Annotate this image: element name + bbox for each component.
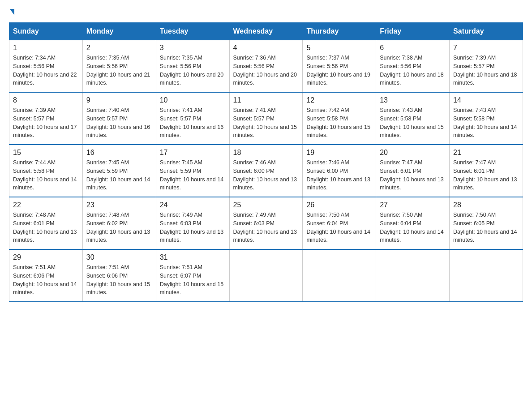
logo (9, 9, 14, 15)
day-info: Sunrise: 7:44 AMSunset: 5:58 PMDaylight:… (13, 158, 79, 192)
calendar-cell: 19 Sunrise: 7:46 AMSunset: 6:00 PMDaylig… (303, 145, 376, 197)
day-info: Sunrise: 7:41 AMSunset: 5:57 PMDaylight:… (233, 106, 299, 140)
day-info: Sunrise: 7:49 AMSunset: 6:03 PMDaylight:… (160, 211, 226, 244)
day-number: 22 (13, 201, 79, 209)
day-number: 8 (13, 96, 79, 104)
calendar-cell: 26 Sunrise: 7:50 AMSunset: 6:04 PMDaylig… (303, 197, 376, 249)
day-number: 26 (306, 201, 372, 209)
day-info: Sunrise: 7:39 AMSunset: 5:57 PMDaylight:… (13, 106, 79, 140)
calendar-cell: 28 Sunrise: 7:50 AMSunset: 6:05 PMDaylig… (450, 197, 523, 249)
calendar-cell: 10 Sunrise: 7:41 AMSunset: 5:57 PMDaylig… (156, 92, 229, 145)
day-number: 19 (306, 149, 372, 157)
calendar-cell (376, 249, 450, 302)
day-info: Sunrise: 7:39 AMSunset: 5:57 PMDaylight:… (453, 54, 519, 87)
day-info: Sunrise: 7:36 AMSunset: 5:56 PMDaylight:… (233, 54, 299, 87)
calendar-cell: 25 Sunrise: 7:49 AMSunset: 6:03 PMDaylig… (229, 197, 303, 249)
week-row-1: 1 Sunrise: 7:34 AMSunset: 5:56 PMDayligh… (9, 40, 523, 93)
calendar-cell: 5 Sunrise: 7:37 AMSunset: 5:56 PMDayligh… (303, 40, 376, 93)
calendar-cell: 24 Sunrise: 7:49 AMSunset: 6:03 PMDaylig… (156, 197, 229, 249)
day-number: 6 (380, 44, 446, 52)
week-row-5: 29 Sunrise: 7:51 AMSunset: 6:06 PMDaylig… (9, 249, 523, 302)
day-number: 11 (233, 96, 299, 104)
day-number: 13 (380, 96, 446, 104)
day-info: Sunrise: 7:43 AMSunset: 5:58 PMDaylight:… (380, 106, 446, 140)
calendar-cell: 17 Sunrise: 7:45 AMSunset: 5:59 PMDaylig… (156, 145, 229, 197)
day-number: 4 (233, 44, 299, 52)
day-info: Sunrise: 7:43 AMSunset: 5:58 PMDaylight:… (453, 106, 519, 140)
day-info: Sunrise: 7:50 AMSunset: 6:05 PMDaylight:… (453, 211, 519, 244)
day-info: Sunrise: 7:45 AMSunset: 5:59 PMDaylight:… (160, 158, 226, 192)
calendar-cell: 31 Sunrise: 7:51 AMSunset: 6:07 PMDaylig… (156, 249, 229, 302)
calendar-cell: 12 Sunrise: 7:42 AMSunset: 5:58 PMDaylig… (303, 92, 376, 145)
week-row-2: 8 Sunrise: 7:39 AMSunset: 5:57 PMDayligh… (9, 92, 523, 145)
calendar-cell: 1 Sunrise: 7:34 AMSunset: 5:56 PMDayligh… (9, 40, 83, 93)
calendar-cell: 27 Sunrise: 7:50 AMSunset: 6:04 PMDaylig… (376, 197, 450, 249)
calendar-cell: 9 Sunrise: 7:40 AMSunset: 5:57 PMDayligh… (82, 92, 156, 145)
day-number: 16 (86, 149, 152, 157)
day-number: 12 (306, 96, 372, 104)
day-number: 1 (13, 44, 79, 52)
day-info: Sunrise: 7:45 AMSunset: 5:59 PMDaylight:… (86, 158, 152, 192)
calendar-cell (229, 249, 303, 302)
day-number: 23 (86, 201, 152, 209)
day-number: 29 (13, 253, 79, 261)
day-number: 21 (453, 149, 519, 157)
weekday-header-row: SundayMondayTuesdayWednesdayThursdayFrid… (9, 23, 523, 40)
day-number: 14 (453, 96, 519, 104)
day-info: Sunrise: 7:48 AMSunset: 6:02 PMDaylight:… (86, 211, 152, 244)
day-number: 17 (160, 149, 226, 157)
day-number: 3 (160, 44, 226, 52)
day-info: Sunrise: 7:50 AMSunset: 6:04 PMDaylight:… (380, 211, 446, 244)
day-info: Sunrise: 7:49 AMSunset: 6:03 PMDaylight:… (233, 211, 299, 244)
calendar-cell: 15 Sunrise: 7:44 AMSunset: 5:58 PMDaylig… (9, 145, 83, 197)
day-info: Sunrise: 7:47 AMSunset: 6:01 PMDaylight:… (453, 158, 519, 192)
day-number: 10 (160, 96, 226, 104)
calendar-cell (303, 249, 376, 302)
day-info: Sunrise: 7:38 AMSunset: 5:56 PMDaylight:… (380, 54, 446, 87)
day-number: 18 (233, 149, 299, 157)
day-info: Sunrise: 7:46 AMSunset: 6:00 PMDaylight:… (233, 158, 299, 192)
calendar-cell: 4 Sunrise: 7:36 AMSunset: 5:56 PMDayligh… (229, 40, 303, 93)
day-info: Sunrise: 7:35 AMSunset: 5:56 PMDaylight:… (86, 54, 152, 87)
day-info: Sunrise: 7:47 AMSunset: 6:01 PMDaylight:… (380, 158, 446, 192)
calendar-table: SundayMondayTuesdayWednesdayThursdayFrid… (9, 22, 523, 302)
calendar-cell (450, 249, 523, 302)
calendar-cell: 23 Sunrise: 7:48 AMSunset: 6:02 PMDaylig… (82, 197, 156, 249)
calendar-cell: 7 Sunrise: 7:39 AMSunset: 5:57 PMDayligh… (450, 40, 523, 93)
page-header (9, 9, 523, 15)
calendar-cell: 30 Sunrise: 7:51 AMSunset: 6:06 PMDaylig… (82, 249, 156, 302)
calendar-cell: 3 Sunrise: 7:35 AMSunset: 5:56 PMDayligh… (156, 40, 229, 93)
weekday-header-tuesday: Tuesday (156, 23, 229, 40)
day-info: Sunrise: 7:40 AMSunset: 5:57 PMDaylight:… (86, 106, 152, 140)
calendar-cell: 22 Sunrise: 7:48 AMSunset: 6:01 PMDaylig… (9, 197, 83, 249)
weekday-header-saturday: Saturday (450, 23, 523, 40)
day-info: Sunrise: 7:51 AMSunset: 6:07 PMDaylight:… (160, 263, 226, 297)
day-number: 24 (160, 201, 226, 209)
weekday-header-wednesday: Wednesday (229, 23, 303, 40)
calendar-cell: 11 Sunrise: 7:41 AMSunset: 5:57 PMDaylig… (229, 92, 303, 145)
day-number: 20 (380, 149, 446, 157)
day-number: 9 (86, 96, 152, 104)
day-number: 25 (233, 201, 299, 209)
day-info: Sunrise: 7:35 AMSunset: 5:56 PMDaylight:… (160, 54, 226, 87)
weekday-header-thursday: Thursday (303, 23, 376, 40)
day-info: Sunrise: 7:51 AMSunset: 6:06 PMDaylight:… (13, 263, 79, 297)
day-info: Sunrise: 7:41 AMSunset: 5:57 PMDaylight:… (160, 106, 226, 140)
calendar-cell: 16 Sunrise: 7:45 AMSunset: 5:59 PMDaylig… (82, 145, 156, 197)
calendar-cell: 21 Sunrise: 7:47 AMSunset: 6:01 PMDaylig… (450, 145, 523, 197)
weekday-header-sunday: Sunday (9, 23, 83, 40)
day-number: 15 (13, 149, 79, 157)
day-info: Sunrise: 7:51 AMSunset: 6:06 PMDaylight:… (86, 263, 152, 297)
day-number: 30 (86, 253, 152, 261)
calendar-header: SundayMondayTuesdayWednesdayThursdayFrid… (9, 23, 523, 40)
calendar-cell: 8 Sunrise: 7:39 AMSunset: 5:57 PMDayligh… (9, 92, 83, 145)
day-info: Sunrise: 7:46 AMSunset: 6:00 PMDaylight:… (306, 158, 372, 192)
calendar-cell: 18 Sunrise: 7:46 AMSunset: 6:00 PMDaylig… (229, 145, 303, 197)
day-number: 31 (160, 253, 226, 261)
day-info: Sunrise: 7:37 AMSunset: 5:56 PMDaylight:… (306, 54, 372, 87)
calendar-cell: 2 Sunrise: 7:35 AMSunset: 5:56 PMDayligh… (82, 40, 156, 93)
day-info: Sunrise: 7:50 AMSunset: 6:04 PMDaylight:… (306, 211, 372, 244)
calendar-cell: 20 Sunrise: 7:47 AMSunset: 6:01 PMDaylig… (376, 145, 450, 197)
day-number: 27 (380, 201, 446, 209)
day-info: Sunrise: 7:48 AMSunset: 6:01 PMDaylight:… (13, 211, 79, 244)
